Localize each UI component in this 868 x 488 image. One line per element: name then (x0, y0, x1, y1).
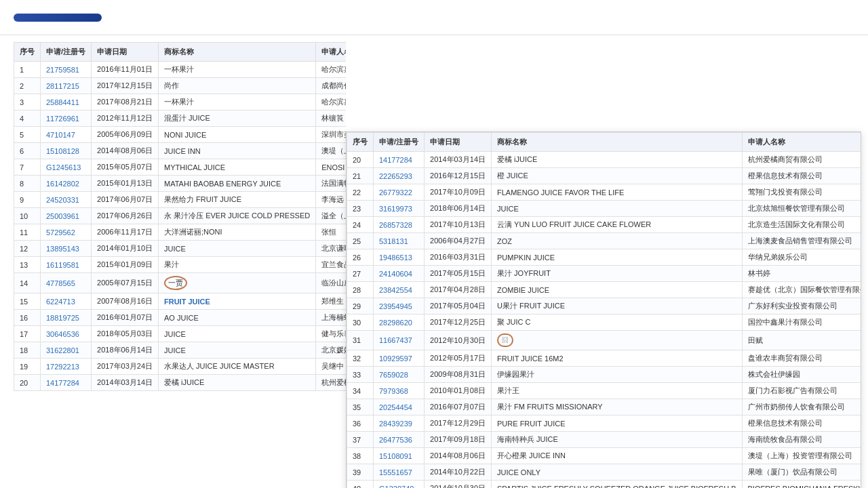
cell-seq: 1 (14, 62, 41, 78)
appno-link[interactable]: 26857328 (379, 221, 412, 229)
cell-appno: 5729562 (41, 224, 92, 241)
appno-link[interactable]: 7659028 (379, 371, 408, 379)
cell-seq: 39 (347, 464, 374, 481)
cell-seq: 3 (14, 94, 41, 110)
cell-seq: 12 (14, 241, 41, 257)
cell-mark: PUMPKIN JUICE (492, 249, 742, 266)
cell-applicant: 果唯（厦门）饮品有限公司 (742, 464, 861, 481)
cell-seq: 7 (14, 159, 41, 176)
appno-link[interactable]: 23954945 (379, 302, 412, 310)
appno-link[interactable]: 10929597 (379, 354, 412, 363)
cell-date: 2014年10月22日 (425, 464, 492, 481)
cell-applicant: 宜兰食品 (316, 257, 346, 273)
cell-date: 2017年12月25日 (425, 314, 492, 331)
appno-link[interactable]: 4778565 (46, 279, 75, 287)
cell-mark: FRUIT JUICE (159, 293, 316, 310)
cell-appno: 17292213 (41, 359, 92, 375)
cell-date: 2017年12月29日 (425, 415, 492, 432)
logo-button[interactable] (14, 14, 102, 22)
appno-link[interactable]: 5318131 (379, 237, 408, 245)
appno-link[interactable]: G1220740 (379, 485, 414, 489)
cell-seq: 34 (347, 383, 374, 399)
cell-applicant: 广州市奶彻传人饮食有限公司 (742, 399, 861, 415)
appno-link[interactable]: G1245613 (46, 163, 81, 171)
cell-date: 2005年07月15日 (92, 273, 159, 293)
cell-seq: 19 (14, 359, 41, 375)
cell-date: 2016年12月15日 (425, 168, 492, 184)
appno-link[interactable]: 6224713 (46, 298, 75, 306)
left-table-row: 13 16119581 2015年01月09日 果汁 宜兰食品 (14, 257, 347, 273)
appno-link[interactable]: 22265293 (379, 172, 412, 180)
cell-mark: JUICE (492, 201, 742, 217)
cell-seq: 27 (347, 266, 374, 282)
cell-mark: PURE FRUIT JUICE (492, 415, 742, 432)
appno-link[interactable]: 21759581 (46, 66, 79, 74)
appno-link[interactable]: 26477536 (379, 436, 412, 444)
appno-link[interactable]: 11667437 (379, 336, 412, 344)
appno-link[interactable]: 7979368 (379, 387, 408, 395)
appno-link[interactable]: 11726961 (46, 115, 79, 123)
appno-link[interactable]: 15108091 (379, 452, 412, 460)
right-table-row: 40 G1220740 2014年10月30日 SPARTIS JUICE FR… (347, 481, 862, 489)
cell-date: 2006年11月17日 (92, 224, 159, 241)
appno-link[interactable]: 26779322 (379, 188, 412, 197)
appno-link[interactable]: 20254454 (379, 403, 412, 411)
appno-link[interactable]: 14177284 (46, 379, 79, 387)
cell-seq: 6 (14, 143, 41, 159)
appno-link[interactable]: 28439239 (379, 420, 412, 428)
cell-seq: 5 (14, 127, 41, 143)
cell-mark: 伊缘园果汁 (492, 367, 742, 383)
cell-appno: 30646536 (41, 326, 92, 342)
appno-link[interactable]: 15108128 (46, 147, 79, 155)
appno-link[interactable]: 24520331 (46, 196, 79, 204)
cell-applicant: 国控中鑫果汁有限公司 (742, 314, 861, 331)
cell-date: 2014年08月06日 (425, 448, 492, 464)
cell-date: 2015年01月13日 (92, 176, 159, 192)
cell-appno: 19486513 (374, 249, 425, 266)
cell-mark: 水果达人 JUICE JUICE MASTER (159, 359, 316, 375)
appno-link[interactable]: 14177284 (379, 156, 412, 164)
cell-appno: G1245613 (41, 159, 92, 176)
appno-link[interactable]: 25003961 (46, 212, 79, 220)
cell-applicant: 盘谁农丰商贸有限公司 (742, 350, 861, 367)
cell-seq: 36 (347, 415, 374, 432)
appno-link[interactable]: 28117215 (46, 82, 79, 90)
appno-link[interactable]: 28298620 (379, 319, 412, 327)
cell-date: 2018年06月14日 (425, 201, 492, 217)
appno-link[interactable]: 15551657 (379, 468, 412, 476)
appno-link[interactable]: 31622801 (46, 346, 79, 354)
cell-applicant: 健与乐养 (316, 326, 346, 342)
appno-link[interactable]: 31619973 (379, 205, 412, 213)
cell-appno: 28298620 (374, 314, 425, 331)
appno-link[interactable]: 30646536 (46, 330, 79, 338)
cell-mark: 橙 JUICE (492, 168, 742, 184)
right-table-row: 38 15108091 2014年08月06日 开心橙果 JUICE INN 澳… (347, 448, 862, 464)
cell-appno: G1220740 (374, 481, 425, 489)
cell-mark: 开心橙果 JUICE INN (492, 448, 742, 464)
appno-link[interactable]: 13895143 (46, 245, 79, 253)
appno-link[interactable]: 18819725 (46, 314, 79, 322)
cell-date: 2014年10月30日 (425, 481, 492, 489)
appno-link[interactable]: 23842554 (379, 286, 412, 294)
appno-link[interactable]: 19486513 (379, 253, 412, 262)
cell-applicant: 哈尔滨嘉绩商贸有限公司 (316, 94, 346, 110)
appno-link[interactable]: 5729562 (46, 228, 75, 237)
cell-mark: 囧 (492, 331, 742, 350)
cell-applicant: 法国满特 (316, 176, 346, 192)
cell-appno: 28117215 (41, 78, 92, 94)
appno-link[interactable]: 4710147 (46, 131, 75, 139)
cell-applicant: 杭州爱橘商贸有限公司 (742, 152, 861, 168)
right-table-row: 36 28439239 2017年12月29日 PURE FRUIT JUICE… (347, 415, 862, 432)
appno-link[interactable]: 25884411 (46, 98, 79, 106)
appno-link[interactable]: 24140604 (379, 270, 412, 278)
cell-date: 2015年05月07日 (92, 159, 159, 176)
cell-date: 2016年11月01日 (92, 62, 159, 78)
cell-date: 2012年10月30日 (425, 331, 492, 350)
cell-applicant: 澳堤（上 (316, 143, 346, 159)
appno-link[interactable]: 16142802 (46, 180, 79, 188)
col-seq: 序号 (14, 43, 41, 62)
appno-link[interactable]: 16119581 (46, 261, 79, 269)
appno-link[interactable]: 17292213 (46, 363, 79, 371)
right-table-row: 32 10929597 2012年05月17日 FRUIT JUICE 16M2… (347, 350, 862, 367)
left-table-row: 1 21759581 2016年11月01日 一杯果汁 哈尔滨嘉绩商贸有限公司 (14, 62, 347, 78)
